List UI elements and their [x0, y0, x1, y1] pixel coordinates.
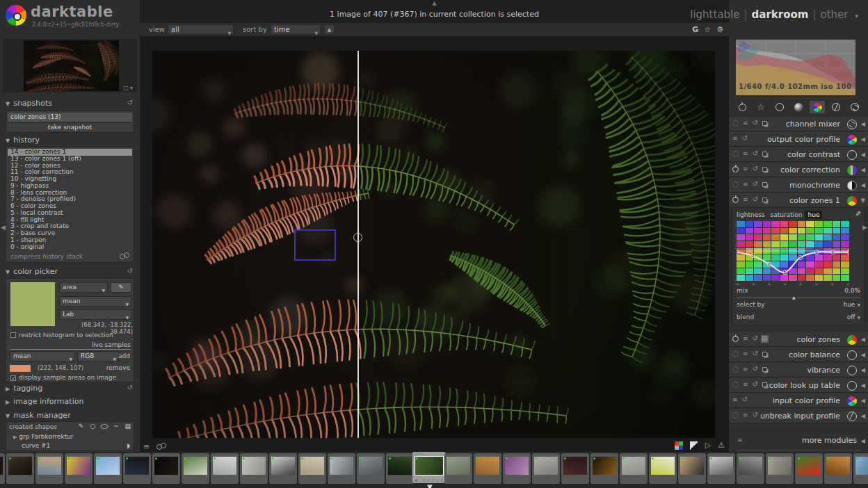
raw-overexposed-warning-icon[interactable]: ⚠: [718, 441, 725, 450]
filmstrip-thumbnail[interactable]: [182, 453, 209, 484]
module-instances-icon[interactable]: [762, 182, 767, 187]
mask-curve-item[interactable]: curve #1: [22, 442, 50, 449]
filmstrip-thumbnail[interactable]: [6, 453, 34, 484]
picker-stat-select[interactable]: mean▼: [59, 296, 131, 307]
compress-history-label[interactable]: compress history stack: [10, 253, 83, 260]
filmstrip-thumbnail[interactable]: [620, 453, 648, 484]
module-presets-icon[interactable]: ≡: [743, 166, 748, 172]
module-power-icon[interactable]: [732, 351, 739, 357]
hue-marker-icon[interactable]: ▵: [815, 281, 818, 286]
blend-row[interactable]: blendoff▼: [737, 314, 860, 320]
history-item[interactable]: 0 - original: [8, 244, 132, 251]
module-reset-icon[interactable]: ↺: [753, 366, 758, 373]
module-name[interactable]: color zones 1: [789, 196, 840, 205]
softproof-icon[interactable]: [690, 441, 698, 450]
eyedropper-button[interactable]: ✎: [111, 282, 131, 293]
module-name[interactable]: unbreak input profile: [760, 412, 840, 421]
module-power-icon[interactable]: [732, 181, 739, 188]
filmstrip[interactable]: ▼☆☆☆☆☆#: [0, 452, 868, 488]
presets-icon[interactable]: ≡: [143, 444, 150, 450]
display-sample-areas-checkbox[interactable]: ✓display sample areas on image: [10, 374, 116, 381]
reset-icon[interactable]: ↺: [127, 99, 133, 106]
filmstrip-thumbnail[interactable]: [94, 453, 122, 484]
ellipse-shape-icon[interactable]: ○: [100, 423, 108, 430]
module-name[interactable]: input color profile: [773, 396, 840, 405]
compress-history-icon[interactable]: [120, 252, 129, 259]
module-color-balance[interactable]: ≡↺color balance◀: [729, 348, 868, 362]
mask-clock-icon[interactable]: ◗: [127, 442, 130, 449]
zones-tab-hue[interactable]: hue: [805, 211, 822, 219]
module-presets-icon[interactable]: ≡: [743, 151, 748, 157]
module-presets-icon[interactable]: ≡: [743, 120, 748, 127]
module-reset-icon[interactable]: ↺: [753, 181, 758, 188]
main-image[interactable]: [152, 51, 715, 438]
module-channel-mixer[interactable]: ≡↺channel mixer◀: [729, 117, 868, 131]
circle-shape-icon[interactable]: ○: [90, 423, 95, 430]
gradient-shape-icon[interactable]: ▤: [124, 423, 131, 430]
filmstrip-thumbnail[interactable]: [240, 453, 268, 484]
module-name[interactable]: color look up table: [769, 381, 840, 390]
module-presets-icon[interactable]: ≡: [743, 412, 748, 418]
effects-group-icon[interactable]: [847, 101, 862, 113]
grouping-toggle-icon[interactable]: G: [692, 25, 698, 34]
module-power-icon[interactable]: [732, 166, 739, 172]
path-shape-icon[interactable]: ~: [113, 423, 119, 430]
module-power-icon[interactable]: [732, 197, 739, 203]
filmstrip-thumbnail[interactable]: [298, 453, 326, 484]
filmstrip-thumbnail[interactable]: [766, 453, 794, 484]
module-presets-icon[interactable]: ≡: [743, 336, 748, 342]
hue-marker-icon[interactable]: ▵: [753, 281, 755, 286]
module-instances-icon[interactable]: [762, 367, 767, 372]
filmstrip-thumbnail[interactable]: [152, 453, 180, 484]
module-instances-icon[interactable]: [762, 382, 767, 387]
module-name[interactable]: color correction: [780, 165, 840, 174]
module-instances-icon[interactable]: [762, 167, 767, 172]
overlays-toggle-icon[interactable]: ☆: [704, 25, 711, 34]
module-reset-icon[interactable]: ↺: [753, 196, 758, 203]
module-presets-icon[interactable]: ≡: [743, 181, 748, 188]
module-power-icon[interactable]: [732, 412, 739, 418]
filmstrip-thumbnail[interactable]: [211, 453, 239, 484]
image-information-section-header[interactable]: ▶image information: [6, 397, 134, 407]
filmstrip-thumbnail[interactable]: [853, 453, 868, 484]
module-color-contrast[interactable]: ≡↺color contrast◀: [729, 147, 868, 162]
filmstrip-thumbnail[interactable]: [795, 453, 823, 484]
live-sample-swatch[interactable]: [10, 365, 31, 372]
add-sample-button[interactable]: add: [118, 352, 130, 359]
take-snapshot-button[interactable]: take snapshot: [8, 122, 132, 131]
picker-space-select[interactable]: Lab▼: [59, 309, 131, 320]
restrict-histogram-checkbox[interactable]: restrict histogram to selection: [10, 332, 113, 339]
zoom-fit-icon[interactable]: ▢: [123, 85, 130, 91]
module-color-look-up-table[interactable]: ≡↺color look up table◀: [729, 378, 868, 393]
top-panel-collapse-arrow[interactable]: ▲: [432, 0, 436, 6]
reset-icon[interactable]: ↺: [127, 384, 133, 391]
view-filter-select[interactable]: all▼: [168, 24, 234, 35]
zones-tab-lightness[interactable]: lightness: [737, 211, 765, 218]
filmstrip-thumbnail[interactable]: [269, 453, 297, 484]
zones-tab-saturation[interactable]: saturation: [771, 211, 803, 218]
gamut-check-icon[interactable]: [675, 441, 683, 450]
module-reset-icon[interactable]: ↺: [753, 412, 758, 418]
module-presets-icon[interactable]: ≡: [743, 382, 748, 388]
module-power-icon[interactable]: [732, 336, 739, 342]
mix-slider[interactable]: mix0.0%: [737, 287, 860, 294]
sort-select[interactable]: time▼: [271, 24, 321, 35]
view-caret-icon[interactable]: ▾: [855, 13, 858, 19]
module-reset-icon[interactable]: ↺: [753, 120, 758, 127]
module-color-zones[interactable]: ≡↺color zones◀: [729, 332, 868, 347]
module-monochrome[interactable]: ≡↺monochrome◀: [729, 178, 868, 193]
module-name[interactable]: color zones: [796, 335, 840, 344]
sample-stat-select[interactable]: mean▼: [10, 351, 75, 361]
styles-icon[interactable]: [156, 443, 166, 450]
slider-marker-icon[interactable]: ▲: [792, 295, 796, 300]
filmstrip-thumbnail[interactable]: [328, 453, 355, 484]
color-picker-section-header[interactable]: ▼color picker↺: [6, 267, 134, 277]
module-reset-icon[interactable]: ↺: [753, 350, 758, 357]
color-zones-curve[interactable]: [737, 221, 849, 281]
module-reset-icon[interactable]: ↺: [753, 165, 758, 172]
filmstrip-thumbnail[interactable]: [0, 453, 5, 484]
module-presets-icon[interactable]: ≡: [732, 397, 738, 403]
module-power-icon[interactable]: [732, 120, 739, 127]
mask-group-item[interactable]: ▶ grp Farbkorrektur: [13, 433, 74, 440]
filmstrip-thumbnail[interactable]: [532, 453, 560, 484]
